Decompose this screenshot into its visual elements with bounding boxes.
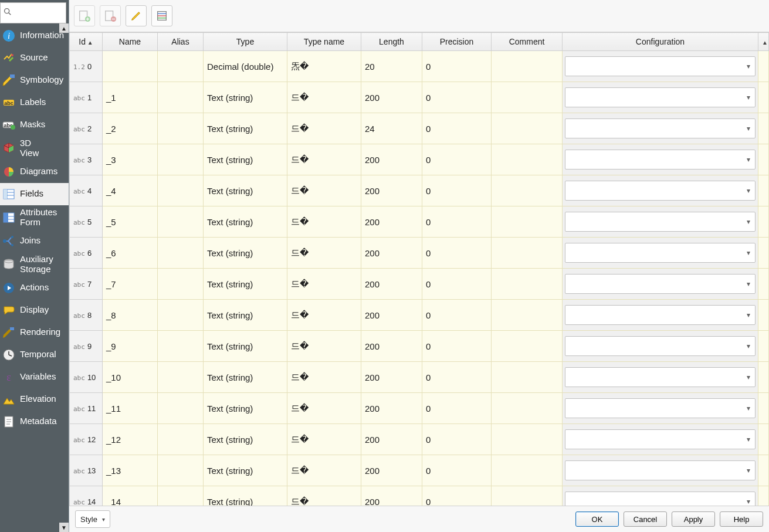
cell-name[interactable] — [103, 51, 158, 82]
cell-alias[interactable] — [158, 486, 204, 506]
scroll-track[interactable] — [758, 113, 769, 144]
table-row[interactable]: abc10_10Text (string)드�2000 — [70, 362, 769, 393]
row-id-cell[interactable]: abc11 — [70, 393, 103, 424]
sidebar-item-symbology[interactable]: Symbology — [0, 69, 69, 92]
sidebar-item-rendering[interactable]: Rendering — [0, 321, 69, 344]
configuration-dropdown[interactable] — [565, 150, 756, 170]
row-id-cell[interactable]: abc10 — [70, 362, 103, 393]
cell-alias[interactable] — [158, 238, 204, 269]
scroll-track[interactable] — [758, 51, 769, 82]
cell-typename[interactable]: 드� — [287, 486, 361, 506]
cancel-button[interactable]: Cancel — [624, 511, 667, 527]
cell-alias[interactable] — [158, 113, 204, 144]
cell-alias[interactable] — [158, 455, 204, 486]
cell-length[interactable]: 200 — [361, 175, 422, 206]
sidebar-item-temporal[interactable]: Temporal — [0, 344, 69, 366]
cell-precision[interactable]: 0 — [422, 331, 492, 362]
sidebar-item-elevation[interactable]: Elevation — [0, 388, 69, 411]
table-row[interactable]: abc11_11Text (string)드�2000 — [70, 393, 769, 424]
cell-length[interactable]: 20 — [361, 51, 422, 82]
cell-length[interactable]: 24 — [361, 113, 422, 144]
table-row[interactable]: abc7_7Text (string)드�2000 — [70, 269, 769, 300]
cell-comment[interactable] — [492, 82, 563, 113]
cell-precision[interactable]: 0 — [422, 238, 492, 269]
cell-typename[interactable]: 드� — [287, 300, 361, 331]
cell-precision[interactable]: 0 — [422, 393, 492, 424]
row-id-cell[interactable]: abc5 — [70, 206, 103, 238]
cell-type[interactable]: Text (string) — [204, 238, 287, 269]
row-id-cell[interactable]: abc8 — [70, 300, 103, 331]
cell-typename[interactable]: 드� — [287, 455, 361, 486]
header-precision[interactable]: Precision — [422, 33, 492, 51]
cell-typename[interactable]: 드� — [287, 206, 361, 238]
cell-length[interactable]: 200 — [361, 300, 422, 331]
sidebar-item-masks[interactable]: abcMasks — [0, 114, 69, 136]
scroll-track[interactable] — [758, 238, 769, 269]
row-id-cell[interactable]: abc6 — [70, 238, 103, 269]
cell-name[interactable]: _8 — [103, 300, 158, 331]
cell-type[interactable]: Text (string) — [204, 300, 287, 331]
cell-length[interactable]: 200 — [361, 144, 422, 175]
cell-comment[interactable] — [492, 144, 563, 175]
table-row[interactable]: abc6_6Text (string)드�2000 — [70, 238, 769, 269]
row-id-cell[interactable]: abc2 — [70, 113, 103, 144]
configuration-dropdown[interactable] — [565, 212, 756, 232]
style-menu-button[interactable]: Style — [75, 510, 110, 528]
cell-comment[interactable] — [492, 238, 563, 269]
configuration-dropdown[interactable] — [565, 367, 756, 387]
configuration-dropdown[interactable] — [565, 336, 756, 356]
scroll-track[interactable] — [758, 424, 769, 455]
sidebar-item-variables[interactable]: εVariables — [0, 366, 69, 388]
cell-typename[interactable]: 드� — [287, 82, 361, 113]
cell-name[interactable]: _10 — [103, 362, 158, 393]
cell-length[interactable]: 200 — [361, 486, 422, 506]
cell-precision[interactable]: 0 — [422, 82, 492, 113]
table-row[interactable]: abc4_4Text (string)드�2000 — [70, 175, 769, 206]
cell-alias[interactable] — [158, 51, 204, 82]
sidebar-scroll-up[interactable]: ▲ — [59, 23, 69, 33]
cell-alias[interactable] — [158, 269, 204, 300]
cell-type[interactable]: Text (string) — [204, 362, 287, 393]
cell-type[interactable]: Text (string) — [204, 144, 287, 175]
fields-table-wrap[interactable]: Id Name Alias Type Type name Length Prec… — [69, 32, 769, 506]
cell-alias[interactable] — [158, 144, 204, 175]
scroll-track[interactable] — [758, 82, 769, 113]
help-button[interactable]: Help — [720, 511, 763, 527]
cell-name[interactable]: _4 — [103, 175, 158, 206]
cell-type[interactable]: Text (string) — [204, 331, 287, 362]
field-calculator-button[interactable] — [151, 5, 172, 26]
header-typename[interactable]: Type name — [287, 33, 361, 51]
configuration-dropdown[interactable] — [565, 118, 756, 138]
configuration-dropdown[interactable] — [565, 274, 756, 294]
cell-precision[interactable]: 0 — [422, 486, 492, 506]
header-comment[interactable]: Comment — [492, 33, 563, 51]
cell-typename[interactable]: 드� — [287, 393, 361, 424]
configuration-dropdown[interactable] — [565, 460, 756, 480]
table-row[interactable]: abc5_5Text (string)드�2000 — [70, 206, 769, 238]
row-id-cell[interactable]: abc3 — [70, 144, 103, 175]
row-id-cell[interactable]: abc4 — [70, 175, 103, 206]
cell-comment[interactable] — [492, 455, 563, 486]
configuration-dropdown[interactable] — [565, 56, 756, 76]
cell-length[interactable]: 200 — [361, 455, 422, 486]
cell-length[interactable]: 200 — [361, 238, 422, 269]
row-id-cell[interactable]: abc12 — [70, 424, 103, 455]
cell-type[interactable]: Text (string) — [204, 424, 287, 455]
cell-comment[interactable] — [492, 175, 563, 206]
table-row[interactable]: abc1_1Text (string)드�2000 — [70, 82, 769, 113]
cell-typename[interactable]: 드� — [287, 175, 361, 206]
table-row[interactable]: abc2_2Text (string)드�240 — [70, 113, 769, 144]
configuration-dropdown[interactable] — [565, 492, 756, 506]
cell-precision[interactable]: 0 — [422, 300, 492, 331]
table-row[interactable]: abc13_13Text (string)드�2000 — [70, 455, 769, 486]
cell-length[interactable]: 200 — [361, 82, 422, 113]
cell-typename[interactable]: 드� — [287, 331, 361, 362]
cell-alias[interactable] — [158, 206, 204, 238]
cell-precision[interactable]: 0 — [422, 269, 492, 300]
scroll-track[interactable] — [758, 206, 769, 238]
scroll-track[interactable] — [758, 331, 769, 362]
ok-button[interactable]: OK — [575, 511, 619, 527]
sidebar-item-source[interactable]: Source — [0, 47, 69, 69]
header-type[interactable]: Type — [204, 33, 287, 51]
cell-type[interactable]: Decimal (double) — [204, 51, 287, 82]
